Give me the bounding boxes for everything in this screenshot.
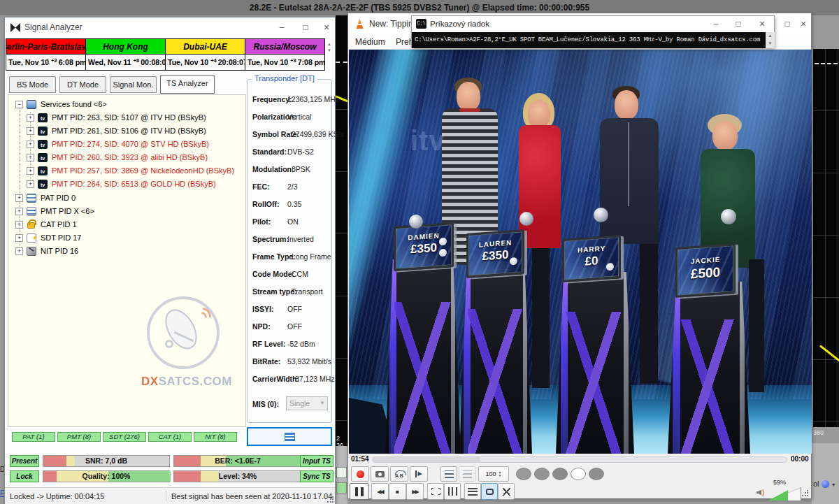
close-icon[interactable]: × xyxy=(753,16,771,31)
extended-panel-button[interactable] xyxy=(459,466,475,482)
equalizer-button[interactable] xyxy=(444,483,461,500)
field-value: OFF xyxy=(287,305,302,313)
tree-item-service[interactable]: + tv PMT PID: 261, SID: 5106 @ ITV HD (B… xyxy=(8,124,245,138)
expand-icon[interactable]: + xyxy=(15,247,23,255)
expand-icon[interactable]: + xyxy=(27,127,34,135)
tree-item-label[interactable]: CAT PID 1 xyxy=(41,218,77,231)
expand-icon[interactable]: + xyxy=(15,221,23,229)
vlc-window: New: Tipping Point - V – □ × Médium Preh… xyxy=(347,13,812,498)
tree-item-sdt[interactable]: + SDT PID 17 xyxy=(8,231,245,245)
tree-item-label[interactable]: SDT PID 17 xyxy=(41,231,82,245)
dropdown-arrow-icon[interactable]: ▼ xyxy=(831,482,836,487)
tree-item-label[interactable]: NIT PID 16 xyxy=(41,245,78,258)
tree-item-service[interactable]: + tv PMT PID: 260, SID: 3923 @ alibi HD … xyxy=(8,151,245,164)
sync-ts-button[interactable]: Sync TS xyxy=(300,470,334,482)
tree-item-label[interactable]: PMT PID: 260, SID: 3923 @ alibi HD (BSky… xyxy=(52,151,208,164)
sdt-button[interactable]: SDT (276) xyxy=(103,432,146,442)
minimize-icon[interactable]: – xyxy=(272,20,292,35)
next-button[interactable]: ▶▶ xyxy=(406,483,424,500)
oval-toggle[interactable] xyxy=(516,468,531,480)
previous-button[interactable]: ◀◀ xyxy=(371,483,389,500)
frame-by-frame-button[interactable]: ▶ xyxy=(410,466,428,482)
video-area[interactable]: DAMIEN £350 LAUREN £350 HARRY £0 JACKIE … xyxy=(349,50,812,454)
record-button[interactable] xyxy=(351,466,369,482)
nit-button[interactable]: NIT (8) xyxy=(194,432,237,442)
tree-item-label[interactable]: PAT PID 0 xyxy=(41,192,76,205)
close-icon[interactable]: × xyxy=(796,16,811,31)
tree-item-nit[interactable]: + NIT PID 16 xyxy=(8,245,245,258)
playlist-toggle-button[interactable] xyxy=(464,483,481,500)
pmt-button[interactable]: PMT (8) xyxy=(57,432,101,442)
tree-item-service[interactable]: + tv PMT PID: 264, SID: 6513 @ GOLD HD (… xyxy=(8,178,245,191)
maximize-icon[interactable]: □ xyxy=(296,20,315,35)
expand-icon[interactable]: + xyxy=(15,234,23,242)
oval-toggle[interactable] xyxy=(571,468,586,480)
tree-item-service[interactable]: + tv PMT PID: 257, SID: 3869 @ Nickelode… xyxy=(8,164,245,178)
expand-icon[interactable]: + xyxy=(27,114,34,122)
scroll-down-icon[interactable]: ▼ xyxy=(766,40,775,48)
mis-select[interactable]: Single▼ xyxy=(286,396,328,410)
resize-grip[interactable] xyxy=(327,496,334,503)
stop-button[interactable]: ■ xyxy=(389,483,406,500)
scroll-up-icon[interactable]: ▲ xyxy=(766,32,775,40)
shuffle-button[interactable] xyxy=(498,483,515,500)
speed-spinner[interactable]: 100 ▲▼ xyxy=(478,466,509,482)
tree-item-service[interactable]: + tv PMT PID: 263, SID: 5107 @ ITV HD (B… xyxy=(8,111,245,124)
tab-ts-analyzer[interactable]: TS Analyzer (OK) xyxy=(160,75,215,94)
signal-analyzer-titlebar[interactable]: Signal Analyzer – □ × xyxy=(5,17,335,37)
tree-item-label[interactable]: PMT PID: 274, SID: 4070 @ STV HD (BSkyB) xyxy=(52,138,209,151)
loop-button[interactable] xyxy=(481,483,498,500)
tab-signal-mon[interactable]: Signal Mon. xyxy=(110,76,157,93)
background-control[interactable]: ol ▼ xyxy=(813,480,836,488)
resize-grip[interactable] xyxy=(801,490,808,497)
tree-item-service[interactable]: + tv PMT PID: 274, SID: 4070 @ STV HD (B… xyxy=(8,138,245,151)
maximize-icon[interactable]: □ xyxy=(729,16,747,31)
menu-medium[interactable]: Médium xyxy=(351,34,389,50)
spin-up-icon[interactable]: ▲ xyxy=(325,41,334,48)
snapshot-button[interactable] xyxy=(371,466,389,482)
tree-item-label[interactable]: PMT PID: 261, SID: 5106 @ ITV HD (BSkyB) xyxy=(52,124,206,138)
cmd-titlebar[interactable]: C:\ Príkazový riadok – □ × xyxy=(412,16,774,32)
tree-item-label[interactable]: PMT PID: 257, SID: 3869 @ NickelodeonHD … xyxy=(52,164,234,178)
timezone-spinner[interactable]: ▲ ▼ xyxy=(325,41,334,69)
ts-detail-button[interactable] xyxy=(247,427,332,446)
tree-item-label[interactable]: PMT PID X <6> xyxy=(41,205,94,218)
close-icon[interactable]: × xyxy=(318,20,335,35)
expand-icon[interactable]: + xyxy=(27,167,34,175)
pat-button[interactable]: PAT (1) xyxy=(12,432,55,442)
expand-icon[interactable]: + xyxy=(27,154,34,161)
collapse-icon[interactable]: − xyxy=(15,101,23,108)
next-icon: ▶▶ xyxy=(412,489,417,495)
ab-loop-button[interactable]: A B xyxy=(390,466,408,482)
volume-slider[interactable] xyxy=(768,487,801,501)
tree-item-services-root[interactable]: − Services found <6> xyxy=(8,98,245,111)
cmd-scrollbar[interactable]: ▲ ▼ xyxy=(766,32,775,48)
expand-icon[interactable]: + xyxy=(27,180,34,188)
tree-item-label[interactable]: PMT PID: 264, SID: 6513 @ GOLD HD (BSkyB… xyxy=(52,178,216,191)
minimize-icon[interactable]: – xyxy=(707,16,725,31)
playlist-button[interactable] xyxy=(440,466,457,482)
pause-button[interactable] xyxy=(350,483,369,500)
seek-bar[interactable] xyxy=(372,456,787,463)
tree-item-label[interactable]: PMT PID: 263, SID: 5107 @ ITV HD (BSkyB) xyxy=(52,111,206,124)
cat-button[interactable]: CAT (1) xyxy=(148,432,192,442)
tree-item-cat[interactable]: + CAT PID 1 xyxy=(8,218,245,231)
tab-dt-mode[interactable]: DT Mode xyxy=(59,76,106,93)
tree-item-pat[interactable]: + PAT PID 0 xyxy=(8,192,245,205)
spin-down-icon[interactable]: ▼ xyxy=(325,48,334,54)
tree-item-label[interactable]: Services found <6> xyxy=(41,98,107,111)
fullscreen-button[interactable] xyxy=(427,483,444,500)
spin-down-icon[interactable]: ▼ xyxy=(499,474,502,477)
field-value: CCM xyxy=(292,270,308,278)
expand-icon[interactable]: + xyxy=(27,141,34,148)
oval-toggle[interactable] xyxy=(552,468,568,480)
input-ts-button[interactable]: Input TS xyxy=(300,455,334,467)
expand-icon[interactable]: + xyxy=(15,194,23,202)
tab-bs-mode[interactable]: BS Mode xyxy=(9,76,56,93)
cmd-prompt-line[interactable]: C:\Users\Roman>A2F-28,2°E_UK SPOT BEAM_L… xyxy=(412,32,766,48)
oval-toggle[interactable] xyxy=(589,468,604,480)
tree-item-pmt-x[interactable]: + PMT PID X <6> xyxy=(8,205,245,218)
expand-icon[interactable]: + xyxy=(15,208,23,215)
maximize-icon[interactable]: □ xyxy=(779,16,796,31)
oval-toggle[interactable] xyxy=(534,468,550,480)
